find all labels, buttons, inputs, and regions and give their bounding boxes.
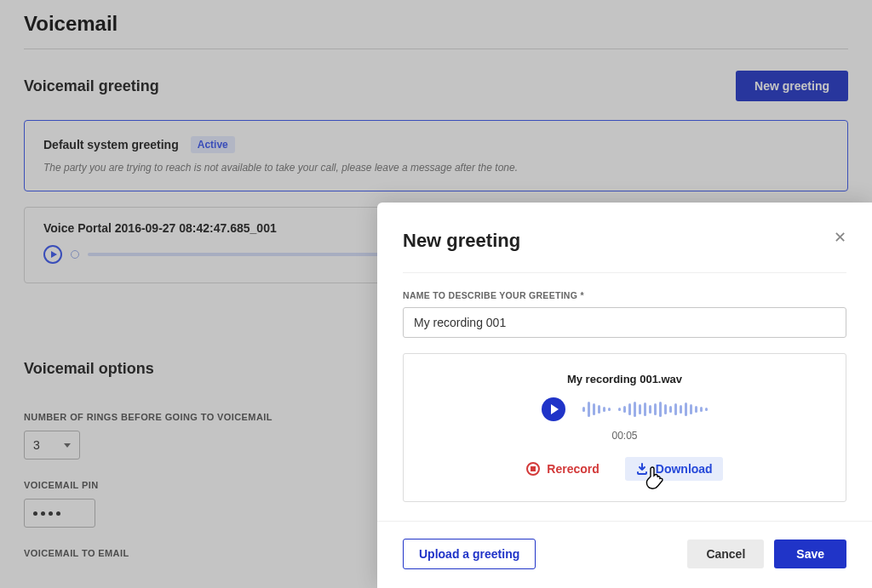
download-label: Download [656, 462, 713, 476]
new-greeting-modal: New greeting ✕ NAME TO DESCRIBE YOUR GRE… [377, 203, 872, 588]
rerecord-button[interactable]: Rerecord [526, 462, 599, 476]
recording-filename: My recording 001.wav [421, 373, 829, 385]
save-button[interactable]: Save [774, 539, 846, 568]
cancel-button[interactable]: Cancel [687, 539, 764, 568]
play-icon [551, 404, 559, 414]
rerecord-label: Rerecord [547, 462, 599, 476]
download-icon [635, 462, 649, 476]
download-button[interactable]: Download [625, 457, 723, 481]
recording-preview-card: My recording 001.wav 00:05 Rerecord [403, 353, 846, 502]
close-icon[interactable]: ✕ [834, 230, 846, 245]
greeting-name-input[interactable] [403, 307, 846, 338]
upload-greeting-button[interactable]: Upload a greeting [403, 539, 536, 569]
modal-title: New greeting [403, 230, 520, 252]
waveform-icon [582, 402, 708, 417]
recording-duration: 00:05 [421, 430, 829, 442]
play-recording-button[interactable] [542, 397, 565, 421]
greeting-name-label: NAME TO DESCRIBE YOUR GREETING * [403, 290, 846, 300]
divider [403, 272, 846, 273]
record-icon [526, 462, 540, 476]
